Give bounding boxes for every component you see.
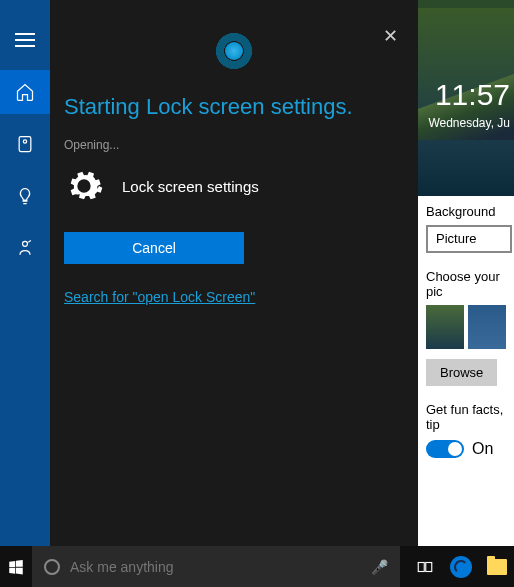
picture-thumbnails bbox=[426, 305, 506, 349]
cortana-sidebar bbox=[0, 8, 50, 546]
thumbnail-1[interactable] bbox=[426, 305, 464, 349]
edge-icon bbox=[450, 556, 472, 578]
background-dropdown[interactable]: Picture bbox=[426, 225, 512, 253]
sidebar-feedback[interactable] bbox=[0, 226, 50, 270]
cortana-ring-icon bbox=[211, 28, 257, 74]
background-label: Background bbox=[426, 204, 506, 219]
windows-icon bbox=[7, 558, 25, 576]
cortana-logo bbox=[64, 28, 404, 74]
notebook-icon bbox=[15, 134, 35, 154]
opening-text: Opening... bbox=[64, 138, 404, 152]
gear-icon bbox=[64, 166, 104, 206]
preview-clock: 11:57 bbox=[435, 78, 510, 112]
settings-panel: 11:57 Wednesday, Ju Background Picture C… bbox=[418, 8, 514, 546]
hamburger-icon bbox=[15, 33, 35, 47]
svg-point-1 bbox=[23, 140, 26, 143]
panel-heading: Starting Lock screen settings. bbox=[64, 94, 404, 120]
svg-point-3 bbox=[79, 181, 89, 191]
explorer-button[interactable] bbox=[480, 546, 514, 587]
preview-date: Wednesday, Ju bbox=[428, 116, 510, 130]
search-suggestion-link[interactable]: Search for "open Lock Screen" bbox=[64, 289, 255, 305]
choose-picture-label: Choose your pic bbox=[426, 269, 506, 299]
svg-rect-4 bbox=[418, 562, 424, 571]
fun-facts-label: Get fun facts, tip bbox=[426, 402, 506, 432]
fun-facts-toggle[interactable] bbox=[426, 440, 464, 458]
cortana-search-icon bbox=[44, 559, 60, 575]
task-view-button[interactable] bbox=[408, 546, 442, 587]
sidebar-notebook[interactable] bbox=[0, 122, 50, 166]
search-input[interactable] bbox=[70, 559, 361, 575]
microphone-icon[interactable]: 🎤 bbox=[371, 559, 388, 575]
edge-button[interactable] bbox=[444, 546, 478, 587]
feedback-icon bbox=[15, 238, 35, 258]
svg-rect-5 bbox=[426, 562, 432, 571]
result-label: Lock screen settings bbox=[122, 178, 259, 195]
svg-rect-0 bbox=[19, 137, 31, 152]
taskbar-tray bbox=[400, 546, 514, 587]
folder-icon bbox=[487, 559, 507, 575]
cancel-button[interactable]: Cancel bbox=[64, 232, 244, 264]
svg-point-2 bbox=[23, 241, 28, 246]
lock-screen-preview: 11:57 Wednesday, Ju bbox=[418, 8, 514, 196]
close-button[interactable]: ✕ bbox=[376, 22, 404, 50]
task-view-icon bbox=[416, 558, 434, 576]
result-row: Lock screen settings bbox=[64, 166, 404, 206]
browse-button[interactable]: Browse bbox=[426, 359, 497, 386]
thumbnail-2[interactable] bbox=[468, 305, 506, 349]
menu-button[interactable] bbox=[0, 18, 50, 62]
sidebar-tips[interactable] bbox=[0, 174, 50, 218]
taskbar-search[interactable]: 🎤 bbox=[32, 546, 400, 587]
home-icon bbox=[15, 82, 35, 102]
taskbar: 🎤 bbox=[0, 546, 514, 587]
window-top-border bbox=[0, 0, 514, 8]
cortana-panel: ✕ Starting Lock screen settings. Opening… bbox=[50, 8, 418, 546]
close-icon: ✕ bbox=[383, 25, 398, 47]
start-button[interactable] bbox=[0, 546, 32, 587]
toggle-state: On bbox=[472, 440, 493, 458]
lightbulb-icon bbox=[15, 186, 35, 206]
sidebar-home[interactable] bbox=[0, 70, 50, 114]
